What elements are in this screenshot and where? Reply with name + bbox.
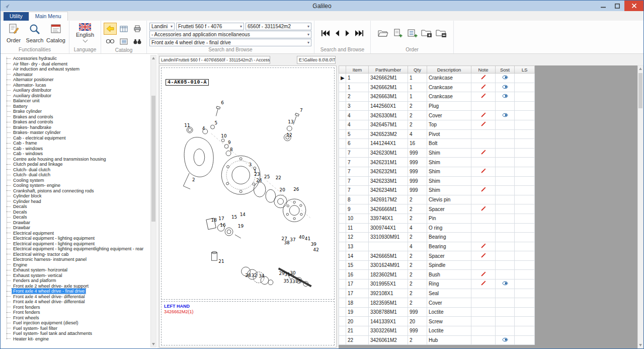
cell-sost[interactable] (496, 139, 515, 149)
cell-partnumber[interactable]: 3426917M2 (369, 195, 408, 204)
cell-partnumber[interactable]: 3019955X1 (369, 280, 408, 289)
table-row[interactable]: 53426523M24Pivot (339, 129, 535, 139)
table-row[interactable]: 73426231M1999Shim (339, 158, 535, 167)
tab-main-menu[interactable]: Main Menu (29, 12, 68, 21)
cell-description[interactable]: Seal (427, 289, 471, 298)
cell-item[interactable]: 20 (346, 317, 369, 326)
cell-partnumber[interactable]: 3426457M1 (369, 120, 408, 129)
cell-ls[interactable] (515, 317, 535, 326)
cell-description[interactable]: Bolt (427, 139, 471, 149)
cell-ls[interactable] (515, 326, 535, 336)
cell-sost[interactable] (496, 298, 515, 308)
tiff-path-box[interactable]: E:\Galileo 8.0\8.0\Tiff (297, 56, 336, 64)
cell-partnumber[interactable]: 3426662M1 (369, 74, 408, 83)
cell-ls[interactable] (515, 139, 535, 149)
cell-sost[interactable] (496, 148, 515, 158)
sidebar-item[interactable]: Decals (7, 204, 157, 210)
serial-select[interactable]: 6560f - 3311542m2 ▾ (246, 23, 311, 30)
sidebar-item[interactable]: Fuel system- fuel filter (7, 326, 157, 331)
cell-sost[interactable] (496, 186, 515, 195)
browse-button[interactable] (131, 35, 144, 47)
cell-item[interactable]: 21 (346, 326, 369, 336)
cell-item[interactable]: 17 (346, 289, 369, 298)
cell-note[interactable] (471, 148, 496, 158)
sidebar-item[interactable]: Brakes and controls (7, 119, 157, 125)
table-row[interactable]: 61441244X116Bolt (339, 139, 535, 149)
sidebar-item[interactable]: Brakes- master cylinder (7, 130, 157, 135)
cell-description[interactable]: O ring (427, 223, 471, 233)
cell-ls[interactable] (515, 270, 535, 280)
sidebar-item[interactable]: Front axle 4 wheel drive- differential (7, 299, 157, 305)
sidebar-item[interactable]: Brakes- handbrake (7, 125, 157, 130)
cell-ls[interactable] (515, 195, 535, 204)
cell-qty[interactable]: 4 (408, 129, 427, 139)
cell-qty[interactable]: 2 (408, 233, 427, 242)
table-row[interactable]: 213303226M1999Loctite (339, 326, 535, 336)
cell-description[interactable]: Bush (427, 270, 471, 280)
sidebar-item[interactable]: Centre axle housing and transmission hou… (7, 157, 157, 162)
cell-ls[interactable] (515, 167, 535, 176)
scroll-down-icon[interactable] (639, 344, 642, 346)
cell-note[interactable] (471, 176, 496, 186)
cell-note[interactable] (471, 129, 496, 139)
cell-note[interactable] (471, 298, 496, 308)
title-bar[interactable]: Galileo (1, 1, 643, 11)
cell-partnumber[interactable]: 3426234M1 (369, 186, 408, 195)
cell-description[interactable]: Hub (427, 335, 471, 345)
cell-partnumber[interactable]: 1442560X1 (369, 101, 408, 111)
cell-note[interactable] (471, 101, 496, 111)
back-arrow-button[interactable] (104, 23, 117, 35)
cell-partnumber[interactable]: 1441339X1 (369, 317, 408, 326)
cell-description[interactable]: Plug (427, 101, 471, 111)
cell-partnumber[interactable] (369, 242, 408, 251)
cell-sost[interactable] (496, 270, 515, 280)
cell-item[interactable]: 5 (346, 129, 369, 139)
sidebar-item[interactable]: Brakes and controls (7, 114, 157, 120)
cell-note[interactable] (471, 233, 496, 242)
cell-ls[interactable] (515, 186, 535, 195)
cell-qty[interactable]: 999 (408, 167, 427, 176)
cell-item[interactable]: 13 (346, 242, 369, 251)
table-row[interactable]: 134Bearing (339, 242, 535, 251)
sidebar-item[interactable]: Cylinder head (7, 199, 157, 204)
cell-note[interactable] (471, 251, 496, 261)
cell-description[interactable]: Shim (427, 167, 471, 176)
table-row[interactable]: 161823602M12Bush (339, 270, 535, 280)
column-header-qty[interactable]: Qty (408, 66, 427, 74)
cell-sost[interactable] (496, 176, 515, 186)
sidebar-item[interactable]: Cab - windows (7, 151, 157, 157)
catalog-button[interactable]: Catalog (45, 22, 66, 43)
cell-description[interactable]: Spacer (427, 204, 471, 214)
cell-partnumber[interactable]: 1441244X1 (369, 139, 408, 149)
cell-item[interactable]: 6 (346, 139, 369, 149)
table-row[interactable]: 153301624M912Spindle (339, 260, 535, 270)
cell-qty[interactable]: 2 (408, 289, 427, 298)
cell-partnumber[interactable]: 3426230M1 (369, 148, 408, 158)
cell-sost[interactable] (496, 233, 515, 242)
cell-sost[interactable] (496, 317, 515, 326)
cell-description[interactable]: Spacer (427, 251, 471, 261)
sidebar-item[interactable]: Drawbar (7, 220, 157, 226)
sidebar-item[interactable]: Accessories hydraulic (7, 56, 157, 61)
cell-ls[interactable] (515, 223, 535, 233)
cell-description[interactable]: Ring (427, 280, 471, 289)
cell-ls[interactable] (515, 158, 535, 167)
sidebar-item[interactable]: Cooling system (7, 178, 157, 183)
cell-note[interactable] (471, 120, 496, 129)
cell-description[interactable]: Shim (427, 148, 471, 158)
brand-select[interactable]: Landini ▾ (149, 23, 175, 30)
cell-partnumber[interactable]: 1823602M1 (369, 270, 408, 280)
cell-description[interactable]: Loctite (427, 307, 471, 317)
sidebar-item[interactable]: Clutch pedal and linkage (7, 162, 157, 167)
sidebar-item[interactable]: Electrical equipment - lighting equipmen… (7, 241, 157, 247)
cell-qty[interactable]: 2 (408, 298, 427, 308)
table-row[interactable]: 113009744X14O ring (339, 223, 535, 233)
cell-description[interactable]: Clevis pin (427, 195, 471, 204)
sidebar-item[interactable]: Fuel system- fuel tank and attachments (7, 331, 157, 336)
cell-qty[interactable]: 2 (408, 195, 427, 204)
open-order-button[interactable] (377, 29, 388, 38)
cell-qty[interactable]: 2 (408, 101, 427, 111)
cell-note[interactable] (471, 307, 496, 317)
sidebar-item[interactable]: Clutch- dual clutch (7, 172, 157, 178)
sidebar-item[interactable]: Fuel injection equipment (diesel) (7, 320, 157, 326)
